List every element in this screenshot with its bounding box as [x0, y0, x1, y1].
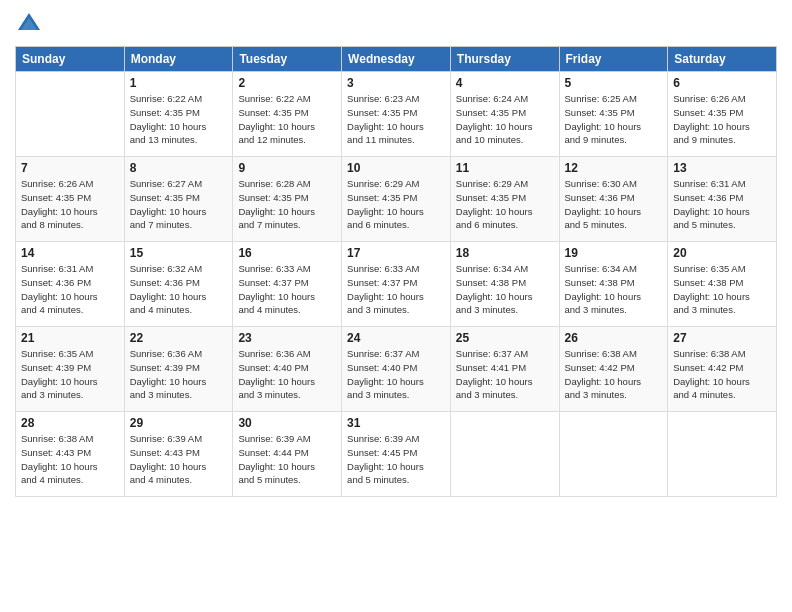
weekday-header: Tuesday [233, 47, 342, 72]
day-number: 18 [456, 246, 554, 260]
day-number: 6 [673, 76, 771, 90]
calendar-cell: 2Sunrise: 6:22 AM Sunset: 4:35 PM Daylig… [233, 72, 342, 157]
calendar-table: SundayMondayTuesdayWednesdayThursdayFrid… [15, 46, 777, 497]
calendar-cell: 13Sunrise: 6:31 AM Sunset: 4:36 PM Dayli… [668, 157, 777, 242]
calendar-week-row: 28Sunrise: 6:38 AM Sunset: 4:43 PM Dayli… [16, 412, 777, 497]
calendar-cell: 8Sunrise: 6:27 AM Sunset: 4:35 PM Daylig… [124, 157, 233, 242]
day-info: Sunrise: 6:37 AM Sunset: 4:41 PM Dayligh… [456, 347, 554, 402]
day-number: 11 [456, 161, 554, 175]
day-info: Sunrise: 6:31 AM Sunset: 4:36 PM Dayligh… [673, 177, 771, 232]
day-info: Sunrise: 6:25 AM Sunset: 4:35 PM Dayligh… [565, 92, 663, 147]
header [15, 10, 777, 38]
day-number: 25 [456, 331, 554, 345]
day-info: Sunrise: 6:38 AM Sunset: 4:42 PM Dayligh… [673, 347, 771, 402]
day-number: 26 [565, 331, 663, 345]
day-number: 15 [130, 246, 228, 260]
day-number: 9 [238, 161, 336, 175]
day-number: 12 [565, 161, 663, 175]
calendar-cell: 31Sunrise: 6:39 AM Sunset: 4:45 PM Dayli… [342, 412, 451, 497]
day-number: 29 [130, 416, 228, 430]
day-info: Sunrise: 6:22 AM Sunset: 4:35 PM Dayligh… [238, 92, 336, 147]
logo-icon [15, 10, 43, 38]
day-info: Sunrise: 6:26 AM Sunset: 4:35 PM Dayligh… [673, 92, 771, 147]
day-number: 28 [21, 416, 119, 430]
calendar-cell: 19Sunrise: 6:34 AM Sunset: 4:38 PM Dayli… [559, 242, 668, 327]
calendar-cell: 4Sunrise: 6:24 AM Sunset: 4:35 PM Daylig… [450, 72, 559, 157]
day-info: Sunrise: 6:36 AM Sunset: 4:40 PM Dayligh… [238, 347, 336, 402]
day-info: Sunrise: 6:24 AM Sunset: 4:35 PM Dayligh… [456, 92, 554, 147]
day-info: Sunrise: 6:31 AM Sunset: 4:36 PM Dayligh… [21, 262, 119, 317]
day-number: 21 [21, 331, 119, 345]
day-info: Sunrise: 6:35 AM Sunset: 4:39 PM Dayligh… [21, 347, 119, 402]
calendar-cell: 7Sunrise: 6:26 AM Sunset: 4:35 PM Daylig… [16, 157, 125, 242]
day-info: Sunrise: 6:32 AM Sunset: 4:36 PM Dayligh… [130, 262, 228, 317]
calendar-cell: 26Sunrise: 6:38 AM Sunset: 4:42 PM Dayli… [559, 327, 668, 412]
day-number: 27 [673, 331, 771, 345]
day-info: Sunrise: 6:33 AM Sunset: 4:37 PM Dayligh… [347, 262, 445, 317]
day-number: 31 [347, 416, 445, 430]
calendar-cell: 6Sunrise: 6:26 AM Sunset: 4:35 PM Daylig… [668, 72, 777, 157]
day-number: 3 [347, 76, 445, 90]
day-info: Sunrise: 6:34 AM Sunset: 4:38 PM Dayligh… [565, 262, 663, 317]
day-info: Sunrise: 6:30 AM Sunset: 4:36 PM Dayligh… [565, 177, 663, 232]
day-info: Sunrise: 6:39 AM Sunset: 4:45 PM Dayligh… [347, 432, 445, 487]
day-number: 16 [238, 246, 336, 260]
calendar-week-row: 7Sunrise: 6:26 AM Sunset: 4:35 PM Daylig… [16, 157, 777, 242]
day-number: 17 [347, 246, 445, 260]
calendar-cell: 21Sunrise: 6:35 AM Sunset: 4:39 PM Dayli… [16, 327, 125, 412]
day-number: 7 [21, 161, 119, 175]
day-info: Sunrise: 6:38 AM Sunset: 4:43 PM Dayligh… [21, 432, 119, 487]
day-info: Sunrise: 6:37 AM Sunset: 4:40 PM Dayligh… [347, 347, 445, 402]
weekday-header: Friday [559, 47, 668, 72]
weekday-header: Thursday [450, 47, 559, 72]
calendar-cell: 17Sunrise: 6:33 AM Sunset: 4:37 PM Dayli… [342, 242, 451, 327]
calendar-cell [559, 412, 668, 497]
calendar-cell: 18Sunrise: 6:34 AM Sunset: 4:38 PM Dayli… [450, 242, 559, 327]
calendar-cell: 20Sunrise: 6:35 AM Sunset: 4:38 PM Dayli… [668, 242, 777, 327]
weekday-header: Sunday [16, 47, 125, 72]
day-info: Sunrise: 6:33 AM Sunset: 4:37 PM Dayligh… [238, 262, 336, 317]
day-info: Sunrise: 6:28 AM Sunset: 4:35 PM Dayligh… [238, 177, 336, 232]
calendar-week-row: 14Sunrise: 6:31 AM Sunset: 4:36 PM Dayli… [16, 242, 777, 327]
day-number: 19 [565, 246, 663, 260]
calendar-cell: 30Sunrise: 6:39 AM Sunset: 4:44 PM Dayli… [233, 412, 342, 497]
calendar-cell: 25Sunrise: 6:37 AM Sunset: 4:41 PM Dayli… [450, 327, 559, 412]
day-info: Sunrise: 6:26 AM Sunset: 4:35 PM Dayligh… [21, 177, 119, 232]
calendar-cell: 23Sunrise: 6:36 AM Sunset: 4:40 PM Dayli… [233, 327, 342, 412]
weekday-header: Saturday [668, 47, 777, 72]
calendar-cell: 29Sunrise: 6:39 AM Sunset: 4:43 PM Dayli… [124, 412, 233, 497]
calendar-cell: 22Sunrise: 6:36 AM Sunset: 4:39 PM Dayli… [124, 327, 233, 412]
calendar-cell: 5Sunrise: 6:25 AM Sunset: 4:35 PM Daylig… [559, 72, 668, 157]
day-info: Sunrise: 6:36 AM Sunset: 4:39 PM Dayligh… [130, 347, 228, 402]
calendar-cell: 12Sunrise: 6:30 AM Sunset: 4:36 PM Dayli… [559, 157, 668, 242]
logo [15, 10, 45, 38]
calendar-cell: 10Sunrise: 6:29 AM Sunset: 4:35 PM Dayli… [342, 157, 451, 242]
weekday-header: Wednesday [342, 47, 451, 72]
day-info: Sunrise: 6:29 AM Sunset: 4:35 PM Dayligh… [456, 177, 554, 232]
calendar-cell [668, 412, 777, 497]
day-number: 30 [238, 416, 336, 430]
day-number: 10 [347, 161, 445, 175]
day-info: Sunrise: 6:22 AM Sunset: 4:35 PM Dayligh… [130, 92, 228, 147]
day-number: 2 [238, 76, 336, 90]
calendar-cell [450, 412, 559, 497]
calendar-body: 1Sunrise: 6:22 AM Sunset: 4:35 PM Daylig… [16, 72, 777, 497]
calendar-cell: 16Sunrise: 6:33 AM Sunset: 4:37 PM Dayli… [233, 242, 342, 327]
weekday-header: Monday [124, 47, 233, 72]
calendar-cell [16, 72, 125, 157]
day-number: 22 [130, 331, 228, 345]
calendar-cell: 28Sunrise: 6:38 AM Sunset: 4:43 PM Dayli… [16, 412, 125, 497]
day-info: Sunrise: 6:38 AM Sunset: 4:42 PM Dayligh… [565, 347, 663, 402]
calendar-cell: 15Sunrise: 6:32 AM Sunset: 4:36 PM Dayli… [124, 242, 233, 327]
calendar-cell: 9Sunrise: 6:28 AM Sunset: 4:35 PM Daylig… [233, 157, 342, 242]
calendar-week-row: 21Sunrise: 6:35 AM Sunset: 4:39 PM Dayli… [16, 327, 777, 412]
day-info: Sunrise: 6:35 AM Sunset: 4:38 PM Dayligh… [673, 262, 771, 317]
day-number: 8 [130, 161, 228, 175]
calendar-cell: 14Sunrise: 6:31 AM Sunset: 4:36 PM Dayli… [16, 242, 125, 327]
calendar-cell: 24Sunrise: 6:37 AM Sunset: 4:40 PM Dayli… [342, 327, 451, 412]
day-number: 13 [673, 161, 771, 175]
day-number: 23 [238, 331, 336, 345]
day-info: Sunrise: 6:39 AM Sunset: 4:43 PM Dayligh… [130, 432, 228, 487]
day-info: Sunrise: 6:23 AM Sunset: 4:35 PM Dayligh… [347, 92, 445, 147]
page: SundayMondayTuesdayWednesdayThursdayFrid… [0, 0, 792, 612]
